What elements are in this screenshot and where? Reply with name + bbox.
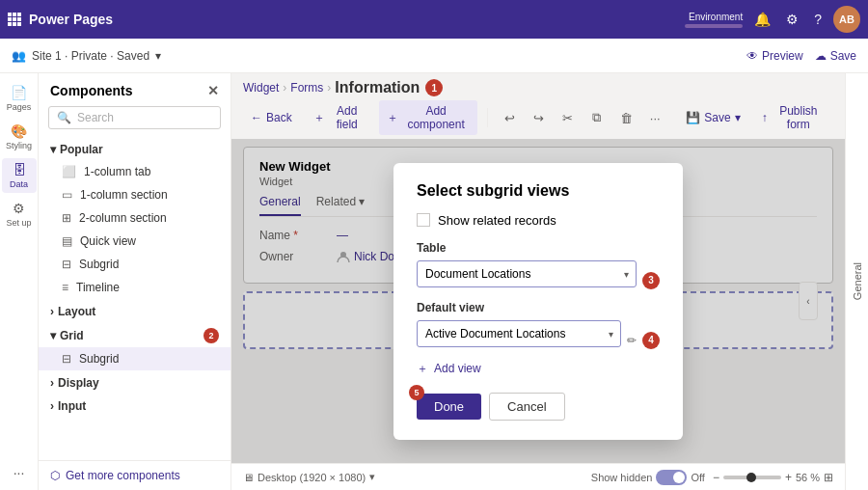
done-button[interactable]: Done xyxy=(417,394,481,420)
add-component-button[interactable]: ＋ Add component xyxy=(379,100,477,135)
section-popular[interactable]: ▾ Popular xyxy=(39,137,231,160)
site-label: Site 1 · Private · Saved xyxy=(32,49,149,63)
svg-rect-5 xyxy=(17,17,21,21)
search-input[interactable]: 🔍 Search xyxy=(48,106,221,129)
plus-view-icon: ＋ xyxy=(417,361,428,377)
get-more-button[interactable]: ⬡ Get more components xyxy=(39,460,231,490)
section-popular-label: Popular xyxy=(60,143,103,156)
panel-content: ▾ Popular ⬜ 1-column tab ▭ 1-column sect… xyxy=(39,137,231,460)
zoom-label: 56 % xyxy=(796,472,820,483)
chevron-popular: ▾ xyxy=(50,143,56,156)
table-select[interactable]: Document Locations xyxy=(417,260,637,287)
chevron-down-icon[interactable]: ▾ xyxy=(155,49,161,63)
copy-button[interactable]: ⧉ xyxy=(585,104,609,131)
desktop-chevron[interactable]: ▾ xyxy=(369,471,375,483)
list-item[interactable]: ≡ Timeline xyxy=(39,276,231,299)
table-select-row: Document Locations ▾ 3 xyxy=(417,260,660,301)
components-panel: Components ✕ 🔍 Search ▾ Popular ⬜ 1-colu… xyxy=(39,73,231,490)
svg-rect-7 xyxy=(13,22,16,26)
item-label: 2-column section xyxy=(79,211,167,225)
breadcrumb-forms[interactable]: Forms xyxy=(290,81,323,95)
show-hidden-toggle: Show hidden Off xyxy=(591,470,705,485)
section-input[interactable]: › Input xyxy=(39,394,231,417)
section-grid-label: Grid xyxy=(60,329,84,342)
delete-button[interactable]: 🗑 xyxy=(614,104,637,131)
cut-button[interactable]: ✂ xyxy=(556,104,580,131)
save-button[interactable]: ☁ Save xyxy=(815,49,856,63)
section-display[interactable]: › Display xyxy=(39,370,231,394)
dialog: Select subgrid views Show related record… xyxy=(393,163,683,440)
zoom-slider[interactable] xyxy=(723,476,781,479)
svg-rect-0 xyxy=(8,13,12,16)
toolbar: ← Back ＋ Add field ＋ Add component ↩ ↪ ✂… xyxy=(231,96,845,139)
show-related-checkbox[interactable] xyxy=(417,213,430,227)
publish-icon: ↑ xyxy=(762,111,768,124)
undo-button[interactable]: ↩ xyxy=(498,104,521,131)
second-bar-actions: 👁 Preview ☁ Save xyxy=(746,49,856,63)
nav-item-styling[interactable]: 🎨 Styling xyxy=(2,120,37,154)
preview-button[interactable]: 👁 Preview xyxy=(746,49,803,63)
more-icon: ··· xyxy=(14,465,25,480)
setup-label: Set up xyxy=(6,218,31,228)
environment-badge: Environment xyxy=(685,12,743,28)
right-panel: General xyxy=(845,73,868,490)
close-icon[interactable]: ✕ xyxy=(207,83,219,98)
nav-item-more[interactable]: ··· xyxy=(2,455,37,490)
show-related-label: Show related records xyxy=(438,213,556,228)
item-label: Timeline xyxy=(76,281,120,294)
list-item[interactable]: ⊞ 2-column section xyxy=(39,206,231,230)
toggle-state: Off xyxy=(691,472,704,483)
list-item[interactable]: ⬜ 1-column tab xyxy=(39,160,231,183)
redo-button[interactable]: ↪ xyxy=(527,104,550,131)
nav-item-pages[interactable]: 📄 Pages xyxy=(2,81,37,116)
cancel-button[interactable]: Cancel xyxy=(489,393,564,421)
item-label: 1-column section xyxy=(80,188,168,202)
main-layout: 📄 Pages 🎨 Styling 🗄 Data ⚙ Set up ··· Co… xyxy=(0,73,868,490)
default-view-select[interactable]: Active Document Locations xyxy=(417,320,621,347)
list-item[interactable]: ▭ 1-column section xyxy=(39,183,231,206)
publish-button[interactable]: ↑ Publish form xyxy=(754,100,833,135)
right-panel-label: General xyxy=(852,262,863,300)
list-item[interactable]: ▤ Quick view xyxy=(39,230,231,253)
save-chevron[interactable]: ▾ xyxy=(735,111,741,124)
more-button[interactable]: ··· xyxy=(643,104,666,131)
section-input-label: Input xyxy=(58,399,86,413)
notification-icon[interactable]: 🔔 xyxy=(750,8,774,31)
data-icon: 🗄 xyxy=(13,162,26,177)
nav-item-setup[interactable]: ⚙ Set up xyxy=(2,197,37,231)
nav-item-data[interactable]: 🗄 Data xyxy=(2,158,37,193)
default-view-select-row: Active Document Locations ▾ ✏ 4 xyxy=(417,320,660,361)
svg-rect-8 xyxy=(17,22,21,26)
plus-zoom-icon[interactable]: + xyxy=(785,471,792,484)
chevron-grid: ▾ xyxy=(50,329,56,342)
list-item[interactable]: ⊟ Subgrid xyxy=(39,347,231,370)
panel-title: Components xyxy=(50,83,133,98)
help-icon[interactable]: ? xyxy=(810,8,826,31)
item-label: Subgrid xyxy=(79,258,119,271)
styling-label: Styling xyxy=(6,141,32,150)
grid-zoom-icon[interactable]: ⊞ xyxy=(824,471,833,484)
avatar[interactable]: AB xyxy=(833,6,860,33)
toggle-track[interactable] xyxy=(656,470,687,485)
section-layout[interactable]: › Layout xyxy=(39,299,231,322)
item-label: 1-column tab xyxy=(84,165,150,178)
toolbar-save-button[interactable]: 💾 Save ▾ xyxy=(678,107,747,128)
minus-zoom-icon[interactable]: − xyxy=(713,471,719,484)
breadcrumb-widget[interactable]: Widget xyxy=(243,81,279,95)
data-label: Data xyxy=(10,179,28,189)
edit-icon[interactable]: ✏ xyxy=(627,334,637,347)
add-field-button[interactable]: ＋ Add field xyxy=(306,100,373,135)
default-view-select-wrapper: Active Document Locations ▾ xyxy=(417,320,621,347)
breadcrumb: Widget › Forms › Information 1 xyxy=(231,73,845,96)
back-button[interactable]: ← Back xyxy=(243,107,300,128)
grid-badge: 2 xyxy=(203,328,219,343)
grid-icon[interactable] xyxy=(8,13,21,26)
breadcrumb-current: Information xyxy=(335,79,420,96)
section-display-label: Display xyxy=(58,376,99,390)
list-item[interactable]: ⊟ Subgrid xyxy=(39,253,231,276)
add-view-button[interactable]: ＋ Add view xyxy=(417,361,660,377)
section-grid[interactable]: ▾ Grid 2 xyxy=(39,322,231,347)
desktop-label-area: 🖥 Desktop (1920 × 1080) ▾ xyxy=(243,471,375,483)
subgrid2-icon: ⊟ xyxy=(62,352,71,366)
settings-icon[interactable]: ⚙ xyxy=(782,8,802,31)
